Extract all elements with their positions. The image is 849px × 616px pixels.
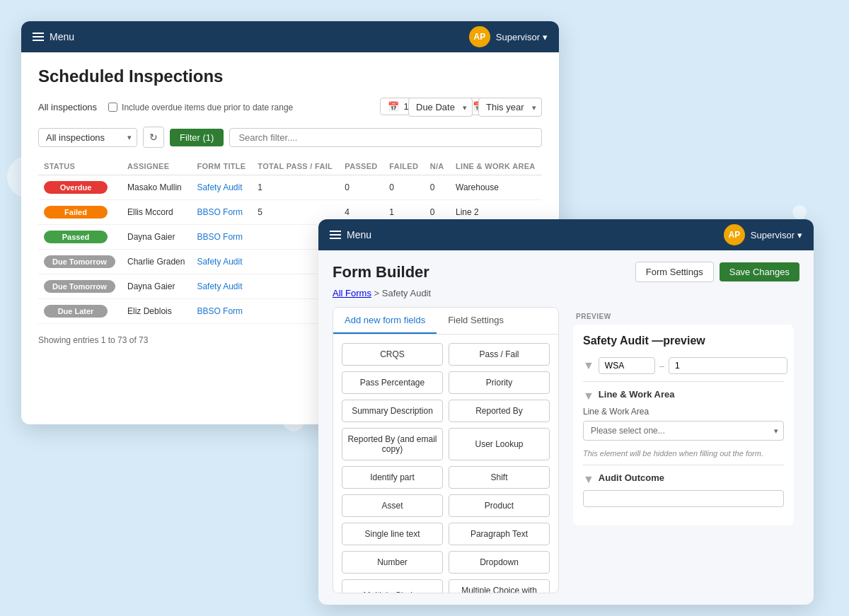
refresh-button[interactable]: ↻ (143, 127, 164, 148)
field-selector-panel: Add new form fields Field Settings CRQSP… (333, 307, 559, 593)
due-date-select[interactable]: Due Date (408, 98, 473, 117)
form-builder-title: Form Builder (333, 263, 429, 281)
status-badge: Passed (44, 231, 108, 243)
panel2-supervisor-label: Supervisor ▾ (751, 230, 802, 240)
breadcrumb: All Forms > Safety Audit (333, 288, 799, 298)
panel2-header: Menu AP Supervisor ▾ (318, 219, 814, 250)
tab-field-settings[interactable]: Field Settings (437, 308, 515, 334)
overdue-checkbox-label[interactable]: Include overdue items due prior to date … (108, 103, 293, 112)
chevron-down-icon: ▾ (543, 32, 548, 42)
wsa-number-input[interactable] (669, 357, 787, 374)
assignee-cell: Charlie Graden (122, 250, 191, 274)
inspections-filter-wrapper[interactable]: All inspections (38, 128, 137, 147)
year-select-wrapper[interactable]: This year (478, 98, 542, 117)
hidden-note: This element will be hidden when filling… (583, 449, 784, 458)
breadcrumb-current: Safety Audit (382, 288, 431, 298)
year-select[interactable]: This year (478, 98, 542, 117)
drag-handle-audit[interactable]: ▼ (583, 473, 594, 486)
col-status: STATUS (38, 158, 122, 175)
status-badge: Due Tomorrow (44, 280, 115, 293)
preview-panel: PREVIEW Safety Audit —preview ▼ – ▼ (567, 307, 799, 593)
panel2-menu-button[interactable]: Menu (330, 229, 371, 240)
wsa-field-row: ▼ – (583, 357, 784, 374)
breadcrumb-separator: > (374, 288, 382, 298)
col-passed: PASSED (339, 158, 383, 175)
form-title-link[interactable]: Safety Audit (197, 257, 242, 267)
form-title-link[interactable]: BBSO Form (197, 232, 243, 242)
form-builder-tabs: Add new form fields Field Settings (333, 308, 558, 335)
field-button[interactable]: Multiple Choice with Details (449, 579, 550, 593)
form-fields-grid: CRQSPass / FailPass PercentagePrioritySu… (333, 335, 558, 593)
form-title-link[interactable]: Safety Audit (197, 182, 242, 192)
preview-label: PREVIEW (567, 307, 799, 320)
col-total: TOTAL PASS / FAIL (252, 158, 339, 175)
inspections-filter-select[interactable]: All inspections (38, 128, 137, 147)
hamburger-icon (33, 33, 44, 41)
field-button[interactable]: Pass / Fail (449, 343, 550, 366)
panel2-user-badge: AP Supervisor ▾ (724, 224, 802, 245)
drag-handle-line[interactable]: ▼ (583, 390, 594, 402)
field-button[interactable]: Pass Percentage (342, 371, 443, 394)
field-button[interactable]: Multiple Choice (342, 579, 443, 593)
toolbar-row: All inspections ↻ Filter (1) (38, 127, 542, 148)
drag-handle-wsa[interactable]: ▼ (583, 359, 594, 372)
field-button[interactable]: Single line text (342, 523, 443, 545)
breadcrumb-all-forms[interactable]: All Forms (333, 288, 371, 298)
filter-button[interactable]: Filter (1) (170, 129, 224, 146)
menu-label: Menu (50, 31, 74, 42)
form-builder-body: Form Builder Form Settings Save Changes … (318, 250, 814, 605)
field-button[interactable]: Summary Description (342, 400, 443, 422)
line-work-area-section: ▼ Line & Work Area Line & Work Area Plea… (583, 389, 784, 441)
dash-sep: – (659, 361, 664, 371)
field-button[interactable]: Product (449, 494, 550, 517)
panel2-chevron-icon: ▾ (797, 230, 802, 240)
field-button[interactable]: Shift (449, 466, 550, 489)
assignee-cell: Ellis Mccord (122, 200, 191, 225)
supervisor-label: Supervisor ▾ (496, 32, 548, 42)
form-title-link[interactable]: BBSO Form (197, 306, 243, 316)
form-settings-button[interactable]: Form Settings (635, 262, 714, 282)
user-badge: AP Supervisor ▾ (469, 26, 548, 47)
overdue-checkbox[interactable] (108, 103, 117, 112)
assignee-cell: Dayna Gaier (122, 225, 191, 250)
field-button[interactable]: Asset (342, 494, 443, 517)
deco-circle-3 (792, 205, 807, 219)
panel2-avatar: AP (724, 224, 745, 245)
assignee-cell: Eliz Deblois (122, 299, 191, 324)
form-title-link[interactable]: BBSO Form (197, 207, 243, 217)
col-na: N/A (424, 158, 450, 175)
wsa-input[interactable] (599, 357, 655, 374)
field-button[interactable]: Paragraph Text (449, 523, 550, 545)
field-button[interactable]: Priority (449, 371, 550, 394)
field-button[interactable]: CRQS (342, 343, 443, 366)
search-input[interactable] (229, 128, 542, 147)
all-inspections-label: All inspections (38, 102, 97, 112)
field-button[interactable]: Number (342, 551, 443, 574)
assignee-cell: Masako Mullin (122, 175, 191, 200)
audit-outcome-input[interactable] (583, 490, 784, 507)
field-button[interactable]: Dropdown (449, 551, 550, 574)
field-button[interactable]: User Lookup (449, 428, 550, 460)
audit-outcome-section: ▼ Audit Outcome (583, 472, 784, 507)
due-date-select-wrapper[interactable]: Due Date (408, 98, 473, 117)
field-button[interactable]: Reported By (449, 400, 550, 422)
col-assignee: ASSIGNEE (122, 158, 191, 175)
tab-add-fields[interactable]: Add new form fields (333, 308, 437, 334)
line-work-area-sublabel: Line & Work Area (583, 407, 784, 417)
calendar-icon: 📅 (388, 101, 399, 112)
preview-title: Safety Audit —preview (583, 335, 784, 347)
col-failed: FAILED (383, 158, 424, 175)
panel1-header: Menu AP Supervisor ▾ (21, 21, 559, 52)
form-builder-actions: Form Settings Save Changes (635, 262, 799, 282)
preview-card: Safety Audit —preview ▼ – ▼ Line & Work (573, 325, 794, 525)
line-work-area-select[interactable]: Please select one... (583, 421, 784, 441)
field-button[interactable]: Identify part (342, 466, 443, 489)
field-button[interactable]: Reported By (and email copy) (342, 428, 443, 460)
filter-row-1: All inspections Include overdue items du… (38, 98, 542, 117)
form-builder-panel: Menu AP Supervisor ▾ Form Builder Form S… (318, 219, 814, 605)
form-builder-title-row: Form Builder Form Settings Save Changes (333, 262, 799, 282)
form-title-link[interactable]: Safety Audit (197, 281, 242, 291)
line-work-area-select-wrapper[interactable]: Please select one... (583, 421, 784, 441)
menu-button[interactable]: Menu (33, 31, 74, 42)
save-changes-button[interactable]: Save Changes (720, 262, 799, 281)
